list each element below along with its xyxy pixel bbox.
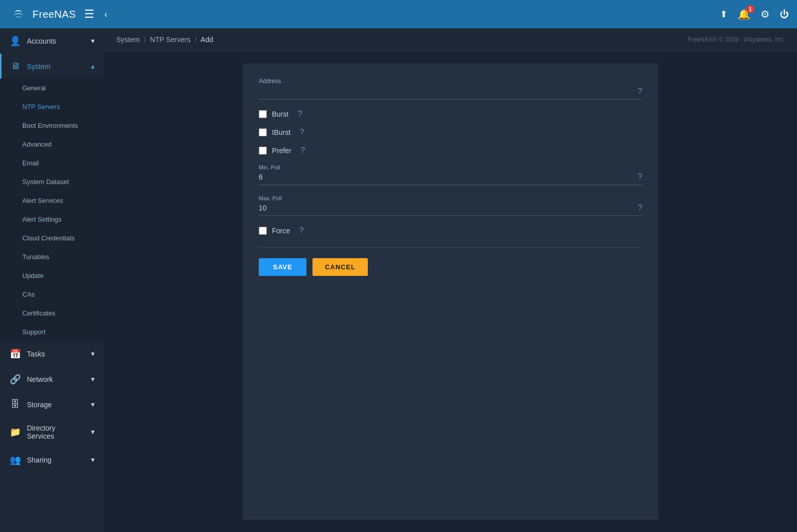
sharing-chevron-icon: ▼ — [90, 456, 96, 464]
breadcrumb-add: Add — [200, 36, 213, 44]
directory-services-icon: 📁 — [10, 427, 21, 438]
sidebar-subitem-general[interactable]: General — [0, 79, 104, 97]
sidebar: 👤 Accounts ▼ 🖥 System ▲ General NTP Serv… — [0, 28, 104, 532]
burst-help-icon[interactable]: ? — [298, 110, 302, 119]
min-poll-field-group: Min. Poll ? — [259, 164, 642, 185]
sidebar-subitem-cas[interactable]: CAs — [0, 285, 104, 304]
directory-services-chevron-icon: ▼ — [90, 429, 96, 436]
app-name: FreeNAS — [32, 9, 76, 20]
max-poll-input-row: ? — [259, 203, 642, 216]
back-icon[interactable]: ‹ — [105, 9, 108, 20]
burst-field-group: Burst ? — [259, 110, 642, 119]
notification-badge: 1 — [746, 5, 754, 13]
address-inner: Address — [259, 78, 630, 96]
sidebar-item-accounts[interactable]: 👤 Accounts ▼ — [0, 28, 104, 54]
breadcrumb-bar: System / NTP Servers / Add FreeNAS® © 20… — [104, 28, 797, 51]
topnav-actions: ⬆ 🔔 1 ⚙ ⏻ — [720, 8, 789, 20]
burst-label: Burst — [272, 110, 289, 118]
breadcrumb-system[interactable]: System — [116, 36, 140, 44]
accounts-label: Accounts — [27, 37, 56, 45]
sidebar-item-network[interactable]: 🔗 Network ▼ — [0, 367, 104, 392]
ntp-server-form: Address ? Burst ? IBurst ? — [242, 63, 659, 520]
save-button[interactable]: SAVE — [259, 258, 306, 276]
min-poll-label: Min. Poll — [259, 164, 642, 170]
form-button-row: SAVE CANCEL — [259, 258, 642, 276]
max-poll-input[interactable] — [259, 204, 634, 212]
system-subitems: General NTP Servers Boot Environments Ad… — [0, 79, 104, 341]
content-area: System / NTP Servers / Add FreeNAS® © 20… — [104, 28, 797, 532]
max-poll-label: Max. Poll — [259, 195, 642, 201]
copyright-text: FreeNAS® © 2019 - iXsystems, Inc. — [687, 36, 785, 43]
force-field-group: Force ? — [259, 226, 642, 235]
iburst-label: IBurst — [272, 128, 291, 136]
sidebar-subitem-advanced[interactable]: Advanced — [0, 135, 104, 154]
settings-icon[interactable]: ⚙ — [760, 8, 770, 20]
directory-services-label: Directory Services — [27, 424, 84, 440]
sidebar-item-directory-services[interactable]: 📁 Directory Services ▼ — [0, 417, 104, 447]
address-help-icon[interactable]: ? — [638, 87, 642, 96]
breadcrumb-sep-2: / — [194, 36, 196, 44]
sidebar-item-storage[interactable]: 🗄 Storage ▼ — [0, 392, 104, 417]
system-icon: 🖥 — [10, 61, 21, 72]
system-chevron-icon: ▲ — [90, 63, 96, 70]
prefer-field-group: Prefer ? — [259, 146, 642, 155]
system-label: System — [27, 62, 51, 70]
min-poll-help-icon[interactable]: ? — [638, 172, 642, 182]
sidebar-item-sharing[interactable]: 👥 Sharing ▼ — [0, 447, 104, 473]
sidebar-subitem-alert-services[interactable]: Alert Services — [0, 191, 104, 210]
sidebar-subitem-certificates[interactable]: Certificates — [0, 304, 104, 323]
network-chevron-icon: ▼ — [90, 376, 96, 383]
breadcrumb-sep-1: / — [144, 36, 146, 44]
address-field-group: Address ? — [259, 78, 642, 99]
force-checkbox[interactable] — [259, 227, 267, 235]
tasks-icon: 📅 — [10, 348, 21, 360]
network-label: Network — [27, 375, 53, 383]
form-divider — [259, 247, 642, 248]
notifications-icon[interactable]: 🔔 1 — [738, 8, 750, 20]
sidebar-subitem-update[interactable]: Update — [0, 266, 104, 285]
max-poll-field-group: Max. Poll ? — [259, 195, 642, 216]
storage-label: Storage — [27, 401, 52, 409]
app-logo[interactable]: FreeNAS — [8, 4, 76, 24]
min-poll-input[interactable] — [259, 173, 634, 181]
iburst-help-icon[interactable]: ? — [300, 128, 304, 137]
sharing-label: Sharing — [27, 456, 51, 464]
breadcrumb-ntp-servers[interactable]: NTP Servers — [150, 36, 191, 44]
sharing-icon: 👥 — [10, 454, 21, 466]
max-poll-help-icon[interactable]: ? — [638, 203, 642, 212]
sidebar-subitem-tunables[interactable]: Tunables — [0, 247, 104, 266]
sidebar-subitem-ntp-servers[interactable]: NTP Servers — [0, 97, 104, 116]
burst-checkbox[interactable] — [259, 110, 267, 118]
freenas-logo-icon — [8, 4, 28, 24]
force-help-icon[interactable]: ? — [299, 226, 304, 235]
address-label: Address — [259, 78, 630, 85]
prefer-label: Prefer — [272, 147, 291, 155]
address-input[interactable] — [259, 87, 630, 95]
upload-icon[interactable]: ⬆ — [720, 9, 727, 20]
form-container: Address ? Burst ? IBurst ? — [104, 51, 797, 532]
main-layout: 👤 Accounts ▼ 🖥 System ▲ General NTP Serv… — [0, 28, 797, 532]
sidebar-item-tasks[interactable]: 📅 Tasks ▼ — [0, 341, 104, 367]
breadcrumb: System / NTP Servers / Add — [116, 36, 213, 44]
min-poll-input-row: ? — [259, 172, 642, 185]
sidebar-item-system[interactable]: 🖥 System ▲ — [0, 54, 104, 79]
iburst-field-group: IBurst ? — [259, 128, 642, 137]
storage-chevron-icon: ▼ — [90, 401, 96, 408]
accounts-icon: 👤 — [10, 36, 21, 47]
sidebar-subitem-system-dataset[interactable]: System Dataset — [0, 172, 104, 191]
sidebar-subitem-alert-settings[interactable]: Alert Settings — [0, 210, 104, 229]
prefer-help-icon[interactable]: ? — [300, 146, 305, 155]
sidebar-subitem-support[interactable]: Support — [0, 323, 104, 341]
sidebar-subitem-boot-environments[interactable]: Boot Environments — [0, 116, 104, 135]
network-icon: 🔗 — [10, 374, 21, 385]
accounts-chevron-icon: ▼ — [90, 38, 96, 45]
iburst-checkbox[interactable] — [259, 128, 267, 136]
hamburger-menu-icon[interactable]: ☰ — [84, 8, 94, 21]
prefer-checkbox[interactable] — [259, 147, 267, 155]
sidebar-subitem-email[interactable]: Email — [0, 154, 104, 172]
cancel-button[interactable]: CANCEL — [313, 258, 367, 276]
svg-point-0 — [9, 5, 27, 23]
sidebar-subitem-cloud-credentials[interactable]: Cloud Credentials — [0, 229, 104, 247]
top-navigation: FreeNAS ☰ ‹ ⬆ 🔔 1 ⚙ ⏻ — [0, 0, 797, 28]
power-icon[interactable]: ⏻ — [780, 9, 789, 20]
